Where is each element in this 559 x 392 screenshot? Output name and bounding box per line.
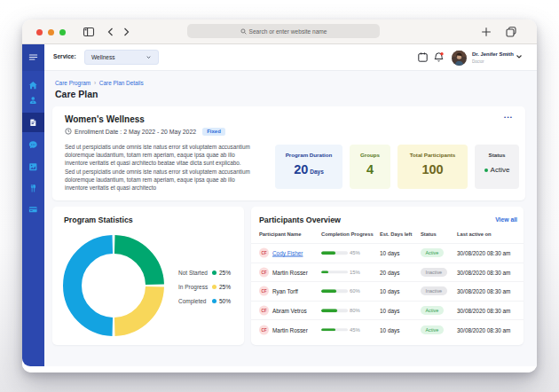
stat-number: 4 bbox=[366, 162, 374, 176]
avatar[interactable] bbox=[452, 51, 467, 66]
stat-program-duration: Program Duration 20Days bbox=[275, 145, 342, 189]
participant-name[interactable]: Martin Rosser bbox=[272, 269, 308, 275]
last-active: 30/08/2020 08:30 am bbox=[457, 250, 510, 256]
tabs-icon[interactable] bbox=[505, 26, 517, 38]
progress-percent: 60% bbox=[350, 288, 360, 294]
participant-name[interactable]: Ryan Torff bbox=[272, 288, 298, 294]
home-icon bbox=[28, 81, 38, 90]
last-active: 30/08/2020 08:30 am bbox=[457, 269, 510, 275]
avatar: CF bbox=[259, 286, 269, 296]
table-row[interactable]: CF Martin Rosser 45% 10 days Active 30/0… bbox=[251, 319, 524, 339]
breadcrumb-separator: › bbox=[94, 80, 96, 86]
user-chevron-down-icon[interactable] bbox=[516, 53, 523, 60]
view-all-link[interactable]: View all bbox=[495, 216, 517, 223]
legend-percent: 25% bbox=[219, 284, 231, 290]
stat-groups: Groups 4 bbox=[350, 145, 390, 189]
table-row[interactable]: CF Abram Vetros 80% 10 days Active 30/08… bbox=[251, 301, 524, 320]
progress-fill bbox=[321, 328, 335, 332]
sidebar-item-messages[interactable] bbox=[22, 135, 44, 154]
care-plan-icon bbox=[28, 118, 38, 128]
table-row[interactable]: CF Ryan Torff 60% 10 days Inactive 30/08… bbox=[251, 281, 524, 301]
participants-overview-title: Participants Overview bbox=[259, 216, 341, 224]
screenshot-stage: Search or enter website name bbox=[0, 0, 559, 392]
last-active: 30/08/2020 08:30 am bbox=[457, 288, 510, 294]
donut-chart bbox=[63, 235, 164, 336]
care-plan-stats: Program Duration 20Days Groups 4 Total P… bbox=[275, 145, 519, 189]
avatar-photo bbox=[452, 51, 467, 66]
progress-fill bbox=[321, 252, 335, 255]
bell-icon[interactable] bbox=[433, 51, 445, 63]
participants-overview-card: Participants Overview View all Participa… bbox=[251, 207, 524, 345]
legend-item-completed: Completed 50% bbox=[178, 294, 231, 308]
sidebar-item-reports[interactable] bbox=[22, 157, 44, 176]
close-window-button[interactable] bbox=[36, 29, 43, 35]
legend-label: In Progress bbox=[178, 284, 212, 290]
stat-number: 100 bbox=[421, 162, 443, 176]
minimize-window-button[interactable] bbox=[48, 29, 54, 35]
care-plan-card: Women's Wellness ••• Enrollment Date : 2… bbox=[52, 106, 525, 200]
notification-dot bbox=[440, 52, 443, 55]
legend-item-in-progress: In Progress 25% bbox=[178, 279, 231, 294]
clock-icon bbox=[65, 128, 72, 135]
legend-dot-not-started bbox=[212, 270, 217, 275]
participant-name[interactable]: Abram Vetros bbox=[272, 308, 307, 314]
status-badge: Inactive bbox=[421, 286, 447, 295]
calendar-icon[interactable] bbox=[417, 51, 429, 63]
stat-status-text: Active bbox=[491, 166, 510, 174]
kebab-menu-icon[interactable]: ••• bbox=[504, 114, 513, 120]
sidebar-toggle-icon[interactable] bbox=[83, 26, 95, 38]
service-select[interactable]: Wellness bbox=[84, 50, 159, 65]
participant-name[interactable]: Martin Rosser bbox=[272, 326, 308, 333]
participant-name[interactable]: Cody Fisher bbox=[272, 250, 303, 256]
status-badge: Active bbox=[421, 306, 444, 315]
address-bar[interactable]: Search or enter website name bbox=[187, 24, 380, 38]
avatar: CF bbox=[259, 248, 269, 258]
breadcrumb-care-plan-details[interactable]: Care Plan Details bbox=[99, 80, 144, 86]
progress-bar bbox=[321, 270, 348, 274]
new-tab-icon[interactable] bbox=[480, 26, 492, 38]
legend-percent: 25% bbox=[219, 270, 231, 276]
hamburger-icon bbox=[28, 52, 38, 62]
status-badge: Active bbox=[421, 248, 444, 257]
program-statistics-card: Program Statistics Not Started 25% In Pr… bbox=[52, 207, 244, 345]
app-header: Service: Wellness bbox=[44, 44, 537, 71]
sidebar-item-care-plans[interactable] bbox=[22, 113, 44, 132]
stat-value: 100 bbox=[421, 162, 443, 176]
legend-item-not-started: Not Started 25% bbox=[178, 265, 231, 279]
browser-chrome: Search or enter website name bbox=[22, 20, 537, 44]
card-icon bbox=[28, 205, 38, 215]
forward-icon[interactable] bbox=[120, 26, 132, 38]
content-area: Care Program › Care Plan Details Care Pl… bbox=[44, 71, 537, 366]
avatar: CF bbox=[259, 306, 269, 316]
last-active: 30/08/2020 08:30 am bbox=[457, 308, 510, 314]
progress-percent: 80% bbox=[350, 308, 360, 313]
breadcrumb: Care Program › Care Plan Details bbox=[55, 80, 144, 86]
progress-bar bbox=[321, 309, 348, 312]
breadcrumb-care-program[interactable]: Care Program bbox=[55, 80, 91, 86]
avatar: CF bbox=[259, 267, 269, 277]
stat-value: 20Days bbox=[294, 162, 324, 176]
progress-bar bbox=[321, 328, 348, 332]
user-role: Doctor bbox=[472, 59, 484, 64]
program-statistics-title: Program Statistics bbox=[64, 216, 133, 224]
service-select-value: Wellness bbox=[91, 54, 115, 60]
chat-icon bbox=[28, 140, 38, 150]
stat-value: Active bbox=[484, 166, 510, 174]
legend-dot-in-progress bbox=[212, 285, 217, 289]
zoom-window-button[interactable] bbox=[59, 29, 66, 35]
legend-percent: 50% bbox=[219, 298, 231, 304]
sidebar-item-patients[interactable] bbox=[22, 90, 44, 110]
sidebar-item-nutrition[interactable] bbox=[22, 178, 44, 198]
progress-percent: 45% bbox=[350, 327, 360, 333]
table-row[interactable]: CF Cody Fisher 45% 10 days Active 30/08/… bbox=[251, 243, 524, 263]
care-plan-description: Sed ut perspiciatis unde omnis iste natu… bbox=[65, 143, 251, 192]
reports-icon bbox=[28, 162, 38, 172]
table-row[interactable]: CF Martin Rosser 15% 20 days Inactive 30… bbox=[251, 263, 524, 282]
menu-icon[interactable] bbox=[22, 47, 44, 67]
legend-label: Completed bbox=[178, 298, 212, 304]
back-icon[interactable] bbox=[105, 26, 117, 38]
progress-fill bbox=[321, 270, 328, 274]
sidebar-item-billing[interactable] bbox=[22, 200, 44, 219]
enrollment-row: Enrollment Date : 2 May 2022 - 20 May 20… bbox=[65, 128, 225, 136]
progress-bar bbox=[321, 252, 348, 255]
